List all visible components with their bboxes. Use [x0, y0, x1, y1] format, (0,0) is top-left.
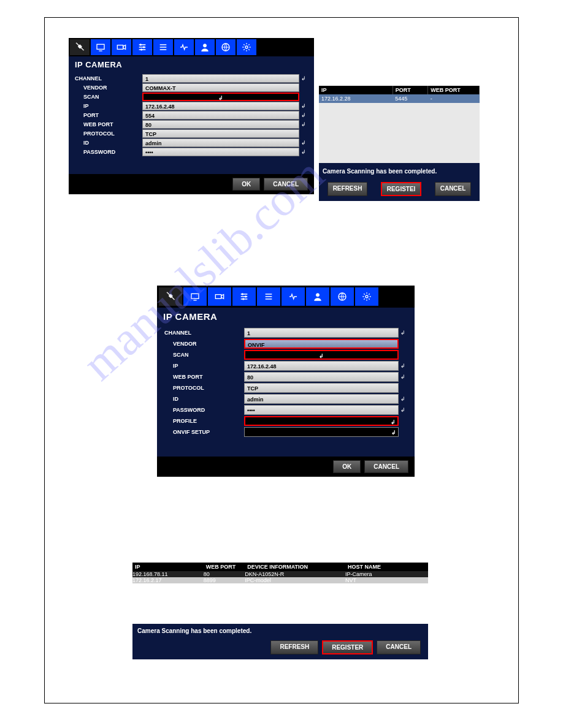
activity-icon[interactable] [282, 287, 305, 306]
sliders-icon[interactable] [132, 39, 152, 55]
cell-webport: 80 [204, 571, 245, 577]
webport-field[interactable]: 80 [142, 120, 299, 129]
id-field[interactable]: admin [142, 138, 299, 147]
protocol-label: PROTOCOL [75, 131, 142, 137]
cell-webport: 8899 [204, 577, 245, 583]
protocol-field[interactable]: TCP [244, 383, 399, 393]
scan-empty-area [319, 103, 480, 163]
network-icon[interactable] [331, 287, 354, 306]
scan-label: SCAN [75, 94, 142, 100]
monitor-icon[interactable] [183, 287, 207, 306]
refresh-button[interactable]: REFRESH [327, 182, 368, 196]
bottom-bar: OK CANCEL [69, 174, 314, 194]
password-field[interactable]: •••• [244, 405, 399, 415]
svg-point-15 [366, 295, 368, 298]
vendor-label: VENDOR [75, 85, 142, 91]
channel-field[interactable]: 1 [244, 328, 399, 338]
channel-label: CHANNEL [75, 75, 142, 82]
camera-icon[interactable] [208, 287, 231, 306]
cell-webport: - [428, 94, 480, 103]
onvif-label: ONVIF SETUP [164, 429, 244, 435]
protocol-field[interactable]: TCP [142, 129, 299, 138]
cell-host: NVT [345, 577, 428, 583]
webport-label: WEB PORT [75, 121, 142, 127]
ip-label: IP [164, 363, 244, 369]
webport-field[interactable]: 80 [244, 372, 399, 382]
network-icon[interactable] [216, 39, 236, 55]
cancel-button[interactable]: CANCEL [264, 178, 308, 191]
gear-icon[interactable] [355, 287, 378, 306]
cancel-button[interactable]: CANCEL [364, 460, 408, 473]
register-button[interactable]: REGISTER [322, 640, 373, 654]
svg-point-2 [140, 44, 142, 46]
scan-table: IP PORT WEB PORT 172.16.2.28 5445 - [319, 86, 480, 103]
id-label: ID [164, 396, 244, 402]
gear-icon[interactable] [237, 39, 256, 55]
user-icon[interactable] [195, 39, 215, 55]
activity-icon[interactable] [174, 39, 194, 55]
svg-rect-8 [191, 294, 199, 298]
list-icon[interactable] [257, 287, 280, 306]
svg-rect-1 [117, 45, 123, 50]
profile-field[interactable]: ↲ [244, 416, 399, 426]
svg-point-4 [140, 49, 142, 51]
top-toolbar [69, 38, 314, 56]
svg-rect-0 [97, 44, 104, 49]
monitor-icon[interactable] [91, 39, 110, 55]
scan-field[interactable]: ↲ [244, 350, 399, 360]
form-area: CHANNEL1↲ VENDORCOMMAX-T SCAN↲ IP172.16.… [69, 72, 314, 163]
cell-device: IPC-model [245, 577, 345, 583]
ok-button[interactable]: OK [232, 178, 260, 191]
svg-point-13 [316, 294, 319, 297]
cancel-button[interactable]: CANCEL [377, 640, 421, 654]
ip-field[interactable]: 172.16.2.48 [142, 102, 299, 110]
password-label: PASSWORD [164, 407, 244, 413]
protocol-label: PROTOCOL [164, 385, 244, 391]
scan-field[interactable]: ↲ [142, 93, 299, 101]
window-title: IP CAMERA [69, 56, 314, 72]
scan-row[interactable]: 172.16.2.28 5445 - [319, 94, 480, 103]
svg-point-12 [242, 298, 244, 300]
vendor-field[interactable]: ONVIF [244, 339, 399, 349]
top-toolbar [157, 286, 415, 308]
port-label: PORT [75, 112, 142, 118]
col-host: HOST NAME [345, 563, 428, 571]
list-icon[interactable] [153, 39, 173, 55]
ip-label: IP [75, 103, 142, 109]
svg-point-10 [242, 294, 243, 295]
password-label: PASSWORD [75, 149, 142, 155]
profile-label: PROFILE [164, 418, 244, 424]
scan-result-window-1: IP PORT WEB PORT 172.16.2.28 5445 - Came… [319, 86, 480, 201]
scan-status: Camera Scanning has been completed. [319, 163, 480, 180]
cancel-button[interactable]: CANCEL [435, 182, 472, 196]
cell-ip: 172.16.2.28 [319, 94, 393, 103]
sliders-icon[interactable] [232, 287, 256, 306]
form-area: CHANNEL1↲ VENDORONVIF SCAN↲ IP172.16.2.4… [157, 324, 415, 446]
port-field[interactable]: 554 [142, 111, 299, 119]
id-field[interactable]: admin [244, 394, 399, 404]
refresh-button[interactable]: REFRESH [270, 640, 318, 654]
user-icon[interactable] [306, 287, 329, 306]
table-row[interactable]: 192.168.78.11 80 DKN-A1052N-R IP-Camera [132, 571, 428, 577]
window-title: IP CAMERA [157, 308, 415, 324]
register-button[interactable]: REGISTEI [381, 182, 422, 196]
channel-field[interactable]: 1 [142, 74, 299, 83]
cell-device: DKN-A1052N-R [245, 571, 345, 577]
col-device: DEVICE INFORMATION [245, 563, 345, 571]
tools-icon[interactable] [159, 287, 182, 306]
col-ip: IP [132, 563, 204, 571]
vendor-field[interactable]: COMMAX-T [142, 83, 299, 92]
ip-field[interactable]: 172.16.2.48 [244, 361, 399, 371]
camera-icon[interactable] [112, 39, 131, 55]
webport-label: WEB PORT [164, 374, 244, 380]
ok-button[interactable]: OK [333, 460, 361, 473]
onvif-field[interactable]: ↲ [244, 427, 399, 437]
col-webport: WEB PORT [428, 86, 480, 94]
password-field[interactable]: •••• [142, 148, 299, 156]
scan3-table: IP WEB PORT DEVICE INFORMATION HOST NAME… [132, 563, 428, 583]
vendor-label: VENDOR [164, 341, 244, 347]
table-row[interactable]: 172.16.2.17 8899 IPC-model NVT [132, 577, 428, 583]
tools-icon[interactable] [70, 39, 90, 55]
scan-status: Camera Scanning has been completed. [132, 624, 428, 638]
svg-point-5 [203, 44, 206, 47]
